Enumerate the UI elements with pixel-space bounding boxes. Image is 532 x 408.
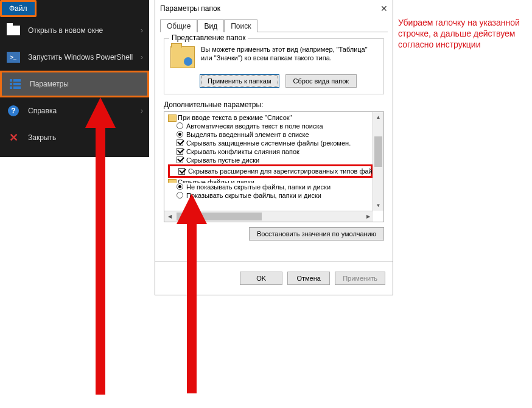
vertical-scrollbar[interactable]: ▲ ▼ (373, 112, 383, 211)
close-icon: ✕ (6, 131, 21, 144)
tree-radio-show-hidden[interactable]: Показывать скрытые файлы, папки и диски (168, 191, 373, 200)
scroll-thumb[interactable] (177, 213, 262, 220)
tree-radio-auto-type[interactable]: Автоматически вводить текст в поле поиск… (168, 122, 373, 130)
chevron-right-icon: › (141, 53, 143, 62)
tree-header: При вводе текста в режиме "Список" (168, 113, 373, 122)
scroll-right-icon[interactable]: ▶ (363, 211, 373, 222)
tab-general[interactable]: Общие (160, 19, 197, 32)
scroll-thumb[interactable] (374, 136, 382, 167)
file-button[interactable]: Файл (0, 0, 37, 17)
dialog-footer: OK Отмена Применить (155, 261, 393, 295)
tree-radio-select-typed[interactable]: Выделять введенный элемент в списке (168, 130, 373, 139)
tree-header-hidden: Скрытые файлы и папки (168, 178, 373, 183)
group-description: Вы можете применить этот вид (например, … (201, 45, 379, 62)
folder-icon (6, 24, 21, 37)
restore-defaults-button[interactable]: Восстановить значения по умолчанию (249, 227, 384, 241)
tree-radio-not-show-hidden[interactable]: Не показывать скрытые файлы, папки и дис… (168, 183, 373, 191)
tree-check-hide-merge[interactable]: Скрывать конфликты слияния папок (168, 147, 373, 156)
advanced-settings-label: Дополнительные параметры: (164, 100, 384, 109)
menu-item-label: Открыть в новом окне (28, 26, 103, 35)
scroll-up-icon[interactable]: ▲ (373, 112, 383, 122)
folder-large-icon (170, 46, 195, 68)
tree-check-hide-extensions[interactable]: Скрывать расширения для зарегистрированн… (168, 164, 373, 178)
dialog-title: Параметры папок (160, 4, 220, 13)
menu-item-label: Справка (28, 107, 57, 115)
chevron-right-icon: › (141, 26, 143, 35)
help-icon: ? (6, 104, 21, 118)
menu-item-help[interactable]: ? Справка › (0, 97, 149, 124)
powershell-icon: >_ (6, 51, 21, 64)
tab-strip: Общие Вид Поиск (160, 17, 388, 32)
tab-view[interactable]: Вид (197, 19, 224, 32)
ok-button[interactable]: OK (240, 272, 282, 285)
apply-button[interactable]: Применить (335, 272, 385, 285)
menu-item-options[interactable]: Параметры (0, 71, 149, 97)
menu-item-label: Запустить Windows PowerShell (28, 53, 133, 62)
advanced-settings-tree[interactable]: При вводе текста в режиме "Список" Автом… (164, 111, 384, 222)
scroll-left-icon[interactable]: ◀ (164, 211, 175, 222)
folder-view-group: Представление папок Вы можете применить … (164, 38, 384, 94)
scroll-down-icon[interactable]: ▼ (373, 200, 383, 211)
options-icon (8, 77, 23, 91)
explorer-file-menu: Файл Открыть в новом окне › >_ Запустить… (0, 0, 149, 157)
menu-item-open-new-window[interactable]: Открыть в новом окне › (0, 17, 149, 44)
menu-item-close[interactable]: ✕ Закрыть (0, 124, 149, 151)
tab-search[interactable]: Поиск (224, 19, 257, 32)
annotation-text: Убираем галочку на указанной строчке, а … (398, 17, 526, 50)
tree-check-hide-protected[interactable]: Скрывать защищенные системные файлы (рек… (168, 139, 373, 147)
cancel-button[interactable]: Отмена (287, 272, 330, 285)
reset-folders-button[interactable]: Сброс вида папок (285, 74, 357, 88)
group-legend: Представление папок (169, 33, 248, 42)
close-icon[interactable]: ✕ (380, 4, 388, 13)
tree-check-hide-empty[interactable]: Скрывать пустые диски (168, 156, 373, 164)
chevron-right-icon: › (141, 107, 143, 115)
menu-item-powershell[interactable]: >_ Запустить Windows PowerShell › (0, 44, 149, 71)
folder-options-dialog: Параметры папок ✕ Общие Вид Поиск Предст… (155, 0, 393, 295)
menu-item-label: Закрыть (28, 133, 56, 142)
dialog-titlebar[interactable]: Параметры папок ✕ (155, 0, 393, 17)
apply-to-folders-button[interactable]: Применить к папкам (200, 74, 279, 88)
horizontal-scrollbar[interactable]: ◀ ▶ (164, 211, 373, 222)
menu-item-label: Параметры (30, 80, 69, 88)
